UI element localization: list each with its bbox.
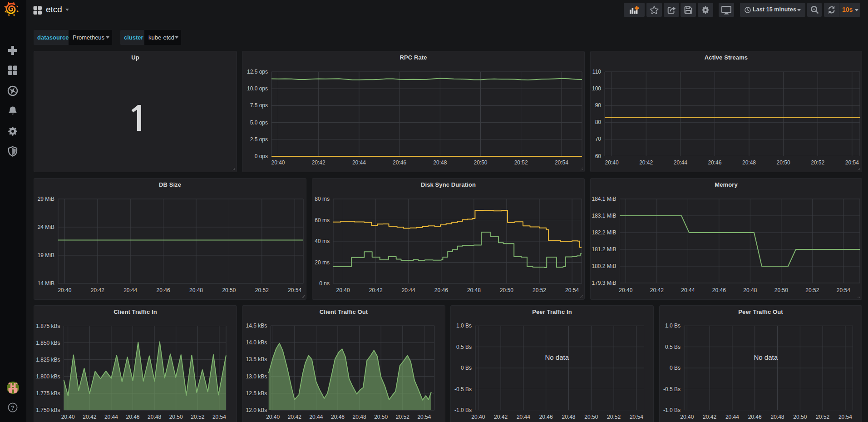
svg-text:20:44: 20:44: [123, 287, 137, 293]
svg-text:0.5 Bs: 0.5 Bs: [456, 344, 472, 350]
svg-text:20:54: 20:54: [212, 414, 226, 420]
svg-text:20:42: 20:42: [312, 159, 326, 166]
svg-text:20:50: 20:50: [793, 414, 807, 420]
svg-text:20:48: 20:48: [353, 414, 366, 420]
svg-text:No data: No data: [545, 353, 569, 361]
svg-text:80: 80: [595, 119, 602, 125]
svg-text:20:48: 20:48: [189, 287, 203, 293]
svg-text:20:52: 20:52: [607, 414, 621, 420]
svg-text:20:50: 20:50: [500, 287, 513, 293]
svg-text:70: 70: [595, 136, 602, 142]
svg-text:183.1 MiB: 183.1 MiB: [592, 213, 616, 219]
svg-text:20:48: 20:48: [562, 414, 575, 420]
svg-text:20:42: 20:42: [369, 287, 383, 293]
svg-text:20:54: 20:54: [845, 159, 859, 166]
svg-text:20:40: 20:40: [266, 414, 280, 420]
svg-text:60: 60: [595, 153, 602, 159]
svg-text:7.5 ops: 7.5 ops: [250, 102, 268, 109]
svg-text:90: 90: [595, 102, 602, 109]
svg-text:20:40: 20:40: [271, 159, 285, 166]
svg-text:20:54: 20:54: [837, 287, 850, 293]
svg-text:0 ns: 0 ns: [319, 280, 330, 287]
svg-text:20:48: 20:48: [742, 159, 756, 166]
svg-text:12.0 kBs: 12.0 kBs: [246, 407, 267, 413]
svg-text:20:40: 20:40: [605, 159, 619, 166]
svg-text:0.5 Bs: 0.5 Bs: [665, 344, 681, 350]
svg-text:20:52: 20:52: [255, 287, 269, 293]
svg-text:20:54: 20:54: [417, 414, 431, 420]
svg-text:-0.5 Bs: -0.5 Bs: [663, 386, 681, 392]
svg-text:20:52: 20:52: [533, 287, 546, 293]
svg-text:80 ms: 80 ms: [315, 196, 330, 202]
svg-text:20:52: 20:52: [811, 159, 824, 166]
svg-text:60 ms: 60 ms: [315, 217, 330, 223]
svg-text:20:42: 20:42: [650, 287, 664, 293]
svg-text:1.750 kBs: 1.750 kBs: [36, 407, 60, 413]
svg-text:20:50: 20:50: [777, 159, 790, 166]
svg-text:20:40: 20:40: [619, 287, 632, 293]
svg-text:20:42: 20:42: [83, 414, 96, 420]
svg-text:20:48: 20:48: [433, 159, 447, 166]
svg-text:1.850 kBs: 1.850 kBs: [36, 340, 60, 346]
svg-text:20:48: 20:48: [770, 414, 784, 420]
svg-text:20:42: 20:42: [91, 287, 104, 293]
svg-text:20:42: 20:42: [639, 159, 653, 166]
svg-text:14.5 kBs: 14.5 kBs: [246, 323, 267, 329]
svg-text:40 ms: 40 ms: [315, 238, 330, 244]
svg-text:20:52: 20:52: [396, 414, 409, 420]
svg-text:20:50: 20:50: [374, 414, 388, 420]
svg-text:20:52: 20:52: [191, 414, 204, 420]
svg-text:20:40: 20:40: [61, 414, 75, 420]
svg-text:20:54: 20:54: [555, 159, 568, 166]
svg-text:20:50: 20:50: [473, 159, 487, 166]
svg-text:20:44: 20:44: [104, 414, 118, 420]
svg-text:20:50: 20:50: [774, 287, 788, 293]
svg-text:0 ops: 0 ops: [255, 153, 268, 159]
svg-text:12.5 kBs: 12.5 kBs: [246, 390, 267, 397]
svg-text:100: 100: [592, 85, 601, 92]
svg-text:20:54: 20:54: [838, 414, 852, 420]
svg-text:20:48: 20:48: [743, 287, 757, 293]
svg-text:20:46: 20:46: [331, 414, 345, 420]
svg-text:182.2 MiB: 182.2 MiB: [592, 229, 616, 236]
svg-text:0 Bs: 0 Bs: [461, 365, 472, 371]
svg-text:20:46: 20:46: [126, 414, 139, 420]
svg-text:20:48: 20:48: [148, 414, 161, 420]
svg-text:20:54: 20:54: [288, 287, 301, 293]
svg-text:20:46: 20:46: [712, 287, 726, 293]
svg-text:20:50: 20:50: [584, 414, 598, 420]
svg-text:20:40: 20:40: [471, 414, 485, 420]
svg-text:20:40: 20:40: [336, 287, 350, 293]
svg-text:10.0 ops: 10.0 ops: [247, 85, 268, 92]
svg-text:14.0 kBs: 14.0 kBs: [246, 339, 267, 346]
svg-text:20:50: 20:50: [222, 287, 236, 293]
svg-text:1.775 kBs: 1.775 kBs: [36, 390, 60, 397]
svg-text:1.0 Bs: 1.0 Bs: [456, 323, 472, 329]
svg-text:12.5 ops: 12.5 ops: [247, 69, 268, 75]
svg-text:-0.5 Bs: -0.5 Bs: [454, 386, 472, 392]
svg-text:20:44: 20:44: [352, 159, 366, 166]
svg-text:2.5 ops: 2.5 ops: [250, 136, 268, 143]
svg-text:5.0 ops: 5.0 ops: [250, 119, 268, 126]
svg-text:20:40: 20:40: [680, 414, 694, 420]
svg-text:20:50: 20:50: [169, 414, 183, 420]
svg-text:179.3 MiB: 179.3 MiB: [592, 280, 616, 286]
svg-text:20:44: 20:44: [681, 287, 695, 293]
svg-text:20:54: 20:54: [565, 287, 579, 293]
svg-text:181.2 MiB: 181.2 MiB: [592, 246, 616, 253]
svg-text:20:52: 20:52: [514, 159, 528, 166]
svg-text:20:44: 20:44: [517, 414, 530, 420]
svg-text:20:54: 20:54: [630, 414, 643, 420]
svg-text:110: 110: [592, 69, 601, 75]
svg-text:-1.0 Bs: -1.0 Bs: [454, 407, 472, 413]
svg-text:20:42: 20:42: [494, 414, 508, 420]
svg-text:20:46: 20:46: [393, 159, 406, 166]
svg-text:20:46: 20:46: [748, 414, 762, 420]
svg-text:20:46: 20:46: [157, 287, 170, 293]
svg-text:1.875 kBs: 1.875 kBs: [36, 323, 60, 329]
svg-text:20:46: 20:46: [539, 414, 553, 420]
svg-text:20:42: 20:42: [703, 414, 716, 420]
svg-text:24 MiB: 24 MiB: [38, 224, 54, 230]
svg-text:20:42: 20:42: [288, 414, 301, 420]
svg-text:1.825 kBs: 1.825 kBs: [36, 357, 60, 363]
